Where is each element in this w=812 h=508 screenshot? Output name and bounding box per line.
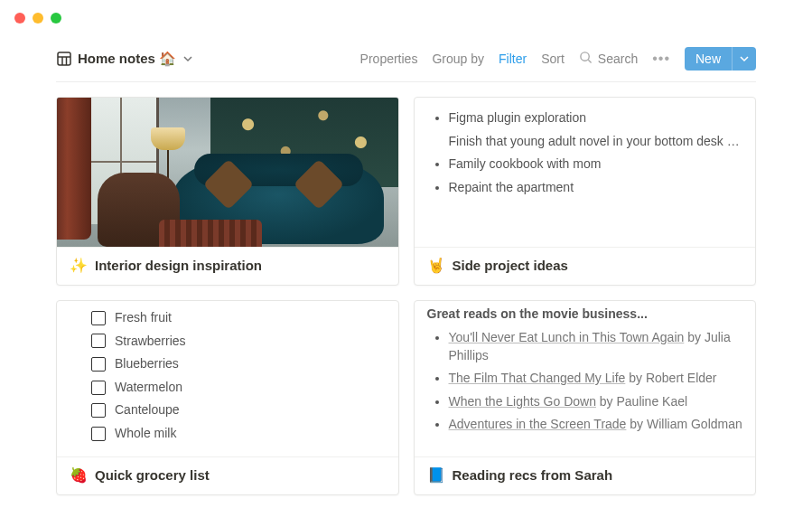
card-reading-recs[interactable]: Great reads on the movie business... You… [414,300,757,495]
strawberry-icon: 🍓 [70,466,88,484]
page-title: Home notes 🏠 [78,51,176,67]
card-subhead: Great reads on the movie business... [427,306,743,321]
list-item: The Film That Changed My Life by Robert … [449,367,743,390]
checklist-item: Whole milk [91,422,386,446]
new-dropdown-button[interactable] [732,47,756,71]
more-options-button[interactable]: ••• [652,51,670,67]
checklist-item: Watermelon [91,376,386,400]
filter-button[interactable]: Filter [499,52,527,66]
list-item: You'll Never Eat Lunch in This Town Agai… [449,326,743,367]
card-side-projects[interactable]: Figma plugin exploration Finish that you… [414,97,757,286]
chevron-down-icon [740,54,749,63]
rock-on-icon: 🤘 [427,257,445,274]
card-cover-image [57,98,398,247]
search-label: Search [598,52,638,66]
card-interior-design[interactable]: ✨ Interior design inspiration [56,97,399,286]
minimize-window-button[interactable] [33,13,43,24]
book-link[interactable]: The Film That Changed My Life [449,371,626,385]
list-item: Finish that young adult novel in your bo… [449,130,743,154]
book-link[interactable]: Adventures in the Screen Trade [449,417,627,431]
card-grocery-list[interactable]: Fresh fruit Strawberries Blueberries Wat… [56,300,399,495]
checklist-item: Fresh fruit [91,306,386,330]
checkbox[interactable] [91,357,106,372]
checklist-item: Canteloupe [91,399,386,422]
sparkles-icon: ✨ [70,257,88,274]
maximize-window-button[interactable] [51,13,61,24]
card-title-row: ✨ Interior design inspiration [57,247,398,285]
card-title: Side project ideas [453,258,568,273]
chevron-down-icon [182,52,194,65]
book-link[interactable]: When the Lights Go Down [449,394,596,409]
sort-button[interactable]: Sort [541,52,565,66]
card-title: Reading recs from Sarah [453,467,613,483]
card-title-row: 🍓 Quick grocery list [57,456,398,494]
checkbox[interactable] [91,334,106,348]
list-item: Repaint the apartment [449,176,743,200]
checklist-item: Strawberries [91,330,386,353]
window-controls [0,0,812,31]
checklist-item: Blueberries [91,353,386,376]
checkbox[interactable] [91,311,106,325]
close-window-button[interactable] [14,13,25,24]
list-item: Family cookbook with mom [449,153,743,176]
search-button[interactable]: Search [579,51,638,67]
list-item: Figma plugin exploration [449,107,743,130]
book-icon: 📘 [427,466,445,484]
list-item: When the Lights Go Down by Pauline Kael [449,390,743,414]
svg-line-5 [588,60,591,62]
svg-rect-0 [58,52,70,65]
view-switcher[interactable]: Home notes 🏠 [56,51,194,67]
checkbox[interactable] [91,381,106,395]
card-body: Fresh fruit Strawberries Blueberries Wat… [57,301,398,456]
card-title-row: 🤘 Side project ideas [415,247,756,285]
search-icon [579,51,593,67]
page-header: Home notes 🏠 Properties Group by Filter … [56,47,756,82]
svg-point-4 [581,52,589,61]
list-item: Adventures in the Screen Trade by Willia… [449,413,743,437]
card-body: Great reads on the movie business... You… [415,301,756,456]
new-button[interactable]: New [685,47,732,71]
properties-button[interactable]: Properties [360,52,418,66]
group-by-button[interactable]: Group by [432,52,484,66]
board-view-icon [56,51,72,67]
checkbox[interactable] [91,403,106,418]
card-body: Figma plugin exploration Finish that you… [415,98,756,247]
book-link[interactable]: You'll Never Eat Lunch in This Town Agai… [449,330,685,344]
checkbox[interactable] [91,427,106,441]
card-title-row: 📘 Reading recs from Sarah [415,456,756,494]
card-title: Interior design inspiration [95,258,262,273]
card-title: Quick grocery list [95,467,210,483]
gallery-grid: ✨ Interior design inspiration Figma plug… [56,82,756,495]
